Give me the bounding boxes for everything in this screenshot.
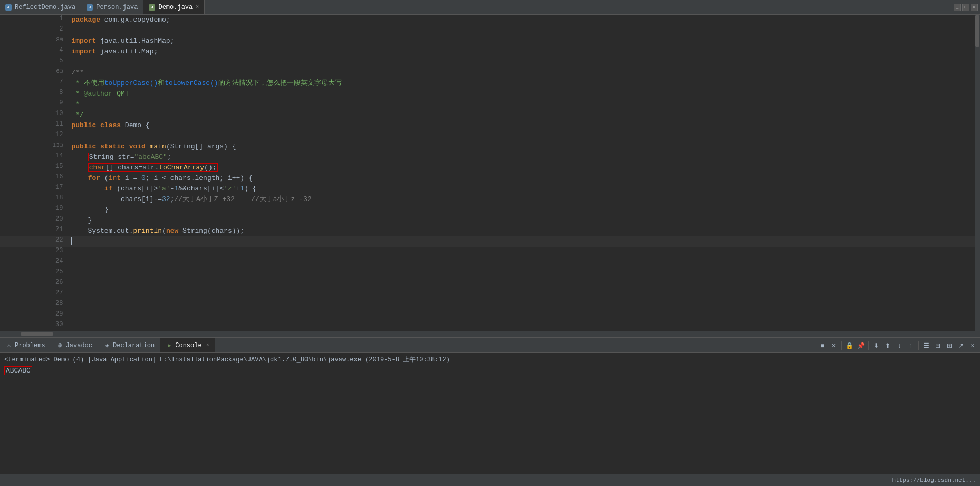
line-number-22: 22 — [0, 236, 69, 247]
stop-button[interactable]: ■ — [817, 340, 828, 351]
vertical-scrollbar[interactable] — [975, 15, 980, 337]
problems-icon: ⚠ — [5, 342, 13, 349]
code-line-4: 4 import java.util.Map; — [0, 46, 975, 57]
line-code-1[interactable]: package com.gx.copydemo; — [69, 15, 975, 25]
code-line-16: 16 for (int i = 0; i < chars.length; i++… — [0, 173, 975, 184]
code-table: 1 package com.gx.copydemo; 2 3⊟ import j… — [0, 15, 975, 331]
line-code-17[interactable]: if (chars[i]>'a'-1&&chars[i]<'z'+1) { — [69, 184, 975, 194]
line-code-12[interactable] — [69, 131, 975, 141]
declaration-icon: ◈ — [103, 342, 111, 349]
code-line-19: 19 } — [0, 205, 975, 215]
tab-label-demo: Demo.java — [158, 4, 193, 11]
tab-label-console: Console — [175, 342, 201, 349]
line-number-9: 9 — [0, 99, 69, 110]
tab-declaration[interactable]: ◈ Declaration — [98, 338, 160, 352]
code-line-7: 7 * 不使用toUpperCase()和toLowerCase()的方法情况下… — [0, 78, 975, 89]
line-code-15[interactable]: char[] chars=str.toCharArray(); — [69, 163, 975, 173]
bottom-tab-bar: ⚠ Problems @ Javadoc ◈ Declaration ▶ Con… — [0, 338, 980, 353]
maximize-view-button[interactable]: ⊞ — [944, 340, 955, 351]
console-terminated-text: <terminated> Demo (4) [Java Application]… — [4, 355, 976, 364]
close-button[interactable]: × — [971, 4, 978, 11]
line-number-19: 19 — [0, 205, 69, 215]
console-output-line: ABCABC — [4, 366, 976, 375]
minimize-view-button[interactable]: ⊟ — [933, 340, 943, 351]
line-code-2[interactable] — [69, 25, 975, 36]
tab-label-reflectdemo: ReflectDemo.java — [15, 4, 75, 11]
line-code-10[interactable]: */ — [69, 110, 975, 120]
tab-person[interactable]: J Person.java — [81, 0, 143, 14]
maximize-button[interactable]: □ — [962, 4, 969, 11]
status-bar: https://blog.csdn.net... — [0, 474, 980, 486]
close-console-button[interactable]: ✕ — [829, 340, 839, 351]
code-line-30: 30 — [0, 321, 975, 331]
line-code-18[interactable]: chars[i]-=32;//大于A小于Z +32 //大于a小于z -32 — [69, 194, 975, 205]
scroll-lock-button[interactable]: 🔒 — [844, 340, 854, 351]
code-line-1: 1 package com.gx.copydemo; — [0, 15, 975, 25]
code-line-14: 14 String str="abcABC"; — [0, 152, 975, 163]
code-line-25: 25 — [0, 268, 975, 279]
tab-console[interactable]: ▶ Console × — [160, 338, 215, 352]
line-number-15: 15 — [0, 163, 69, 173]
java-file-icon: J — [5, 4, 12, 11]
line-code-4[interactable]: import java.util.Map; — [69, 46, 975, 57]
code-line-3: 3⊟ import java.util.HashMap; — [0, 36, 975, 46]
code-line-11: 11 public class Demo { — [0, 120, 975, 131]
code-editor[interactable]: 1 package com.gx.copydemo; 2 3⊟ import j… — [0, 15, 975, 337]
console-tab-close-icon[interactable]: × — [206, 342, 209, 348]
restore-view-button[interactable]: ↗ — [956, 340, 966, 351]
line-code-5[interactable] — [69, 57, 975, 68]
console-output-text: ABCABC — [4, 366, 32, 375]
line-code-22[interactable] — [69, 236, 975, 247]
minimize-button[interactable]: _ — [954, 4, 961, 11]
line-code-11[interactable]: public class Demo { — [69, 120, 975, 131]
status-url: https://blog.csdn.net... — [892, 477, 976, 483]
tab-reflectdemo[interactable]: J ReflectDemo.java — [0, 0, 81, 14]
line-code-16[interactable]: for (int i = 0; i < chars.length; i++) { — [69, 173, 975, 184]
prev-error-button[interactable]: ↑ — [906, 340, 916, 351]
line-number-12: 12 — [0, 131, 69, 141]
next-error-button[interactable]: ↓ — [894, 340, 905, 351]
line-code-3[interactable]: import java.util.HashMap; — [69, 36, 975, 46]
close-view-button[interactable]: × — [967, 340, 978, 351]
scroll-end-button[interactable]: ⬇ — [871, 340, 881, 351]
code-line-21: 21 System.out.println(new String(chars))… — [0, 226, 975, 236]
console-icon: ▶ — [166, 342, 173, 349]
code-line-2: 2 — [0, 25, 975, 36]
line-code-7[interactable]: * 不使用toUpperCase()和toLowerCase()的方法情况下，怎… — [69, 78, 975, 89]
code-line-10: 10 */ — [0, 110, 975, 120]
line-number-1: 1 — [0, 15, 69, 25]
line-number-13: 13⊟ — [0, 141, 69, 152]
line-number-8: 8 — [0, 89, 69, 99]
bottom-panel: ⚠ Problems @ Javadoc ◈ Declaration ▶ Con… — [0, 337, 980, 474]
horizontal-scrollbar[interactable] — [0, 331, 975, 337]
code-line-15: 15 char[] chars=str.toCharArray(); — [0, 163, 975, 173]
java-file-icon-3: J — [149, 4, 155, 11]
tab-javadoc[interactable]: @ Javadoc — [51, 338, 98, 352]
code-line-9: 9 * — [0, 99, 975, 110]
line-code-9[interactable]: * — [69, 99, 975, 110]
line-number-7: 7 — [0, 78, 69, 89]
code-line-12: 12 — [0, 131, 975, 141]
console-toolbar: ■ ✕ 🔒 📌 ⬇ ⬆ ↓ ↑ ☰ ⊟ ⊞ ↗ × — [815, 338, 980, 352]
vertical-scrollbar-thumb[interactable] — [975, 15, 979, 47]
tab-problems[interactable]: ⚠ Problems — [0, 338, 51, 352]
line-code-13[interactable]: public static void main(String[] args) { — [69, 141, 975, 152]
line-code-8[interactable]: * @author QMT — [69, 89, 975, 99]
line-code-21[interactable]: System.out.println(new String(chars)); — [69, 226, 975, 236]
tab-close-icon[interactable]: × — [196, 4, 199, 10]
scroll-up-button[interactable]: ⬆ — [882, 340, 893, 351]
horizontal-scrollbar-thumb[interactable] — [21, 332, 53, 336]
code-line-27: 27 — [0, 289, 975, 300]
pin-button[interactable]: 📌 — [856, 340, 866, 351]
tab-demo[interactable]: J Demo.java × — [143, 0, 205, 14]
line-code-20[interactable]: } — [69, 215, 975, 226]
line-code-14[interactable]: String str="abcABC"; — [69, 152, 975, 163]
line-code-6[interactable]: /** — [69, 68, 975, 78]
view-menu-button[interactable]: ☰ — [921, 340, 931, 351]
line-number-26: 26 — [0, 279, 69, 289]
line-code-19[interactable]: } — [69, 205, 975, 215]
console-content[interactable]: <terminated> Demo (4) [Java Application]… — [0, 353, 980, 474]
line-number-24: 24 — [0, 258, 69, 268]
line-number-20: 20 — [0, 215, 69, 226]
line-number-5: 5 — [0, 57, 69, 68]
